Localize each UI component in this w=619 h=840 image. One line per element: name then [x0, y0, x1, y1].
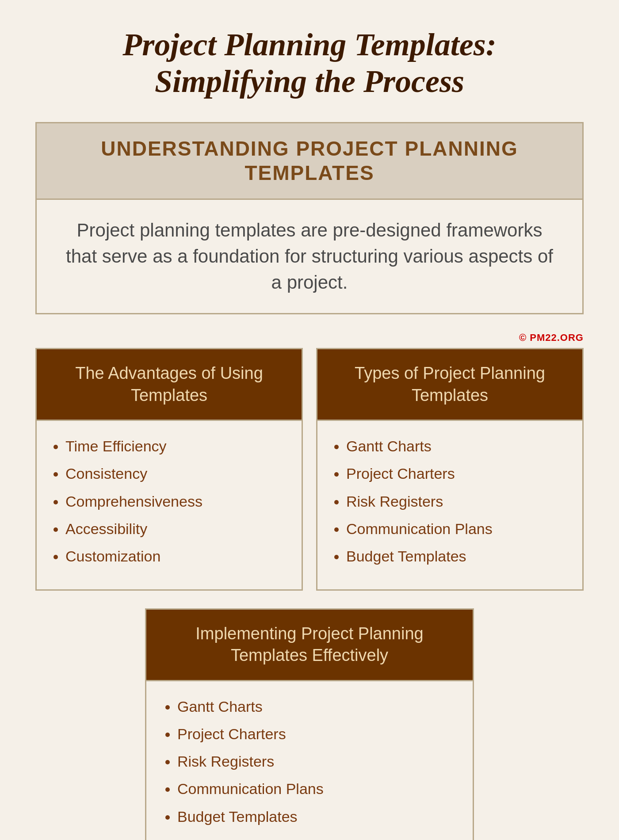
advantages-header-text: The Advantages of Using Templates — [48, 363, 290, 406]
implementing-list: Gantt Charts Project Charters Risk Regis… — [164, 697, 455, 826]
understanding-header: UNDERSTANDING PROJECT PLANNING TEMPLATES — [37, 123, 582, 199]
implementing-header-text: Implementing Project Planning Templates … — [157, 623, 462, 667]
understanding-body: Project planning templates are pre-desig… — [37, 199, 582, 313]
list-item: Communication Plans — [346, 519, 567, 538]
list-item: Risk Registers — [346, 492, 567, 511]
types-header-text: Types of Project Planning Templates — [329, 363, 571, 406]
list-item: Project Charters — [177, 724, 455, 744]
copyright-text: © PM22.ORG — [519, 332, 584, 343]
understanding-body-text: Project planning templates are pre-desig… — [59, 218, 560, 295]
list-item: Communication Plans — [177, 779, 455, 798]
types-header: Types of Project Planning Templates — [317, 349, 582, 420]
understanding-section: UNDERSTANDING PROJECT PLANNING TEMPLATES… — [35, 122, 584, 315]
advantages-list: Time Efficiency Consistency Comprehensiv… — [52, 436, 286, 566]
types-box: Types of Project Planning Templates Gant… — [316, 348, 584, 591]
list-item: Accessibility — [65, 519, 286, 538]
advantages-box: The Advantages of Using Templates Time E… — [35, 348, 303, 591]
copyright-area: © PM22.ORG — [35, 332, 584, 344]
list-item: Budget Templates — [177, 807, 455, 826]
advantages-header: The Advantages of Using Templates — [37, 349, 302, 420]
advantages-body: Time Efficiency Consistency Comprehensiv… — [37, 420, 302, 589]
list-item: Project Charters — [346, 464, 567, 483]
list-item: Budget Templates — [346, 546, 567, 566]
list-item: Consistency — [65, 464, 286, 483]
types-list: Gantt Charts Project Charters Risk Regis… — [333, 436, 567, 566]
implementing-header: Implementing Project Planning Templates … — [146, 610, 473, 680]
two-column-section: The Advantages of Using Templates Time E… — [35, 348, 584, 591]
types-body: Gantt Charts Project Charters Risk Regis… — [317, 420, 582, 589]
implementing-body: Gantt Charts Project Charters Risk Regis… — [146, 680, 473, 840]
implementing-section: Implementing Project Planning Templates … — [145, 608, 474, 840]
list-item: Time Efficiency — [65, 436, 286, 456]
page-title: Project Planning Templates: Simplifying … — [35, 27, 584, 100]
list-item: Customization — [65, 546, 286, 566]
list-item: Risk Registers — [177, 752, 455, 771]
list-item: Comprehensiveness — [65, 492, 286, 511]
understanding-header-text: UNDERSTANDING PROJECT PLANNING TEMPLATES — [46, 137, 573, 185]
list-item: Gantt Charts — [177, 697, 455, 716]
list-item: Gantt Charts — [346, 436, 567, 456]
